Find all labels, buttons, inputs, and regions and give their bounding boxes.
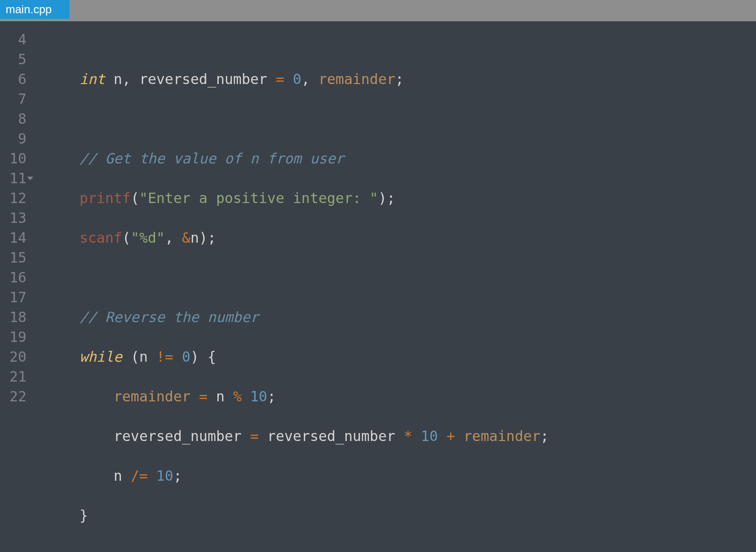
line-number: 18 [0, 307, 26, 327]
line-number: 20 [0, 347, 26, 367]
line-number: 12 [0, 188, 26, 208]
line-number: 22 [0, 387, 26, 407]
line-number: 8 [0, 109, 26, 129]
code-line: n /= 10; [45, 466, 549, 486]
tab-filename: main.cpp [6, 3, 52, 16]
code-line: while (n != 0) { [45, 347, 549, 367]
line-number: 13 [0, 208, 26, 228]
code-line: remainder = n % 10; [45, 387, 549, 407]
line-number: 21 [0, 367, 26, 387]
line-number: 6 [0, 69, 26, 89]
line-gutter: 4 5 6 7 8 9 10 11 12 13 14 15 16 17 18 1… [0, 21, 32, 552]
line-number: 16 [0, 268, 26, 288]
code-content[interactable]: int n, reversed_number = 0, remainder; /… [32, 21, 549, 552]
line-number: 10 [0, 149, 26, 169]
tab-main-cpp[interactable]: main.cpp [0, 0, 69, 19]
line-number: 19 [0, 327, 26, 347]
code-line [45, 268, 549, 288]
code-editor[interactable]: 4 5 6 7 8 9 10 11 12 13 14 15 16 17 18 1… [0, 19, 756, 552]
code-line: reversed_number = reversed_number * 10 +… [45, 426, 549, 446]
code-line: int n, reversed_number = 0, remainder; [45, 69, 549, 89]
line-number: 14 [0, 228, 26, 248]
line-number: 11 [0, 169, 26, 188]
code-line: printf("Enter a positive integer: "); [45, 188, 549, 208]
code-line: } [45, 506, 549, 526]
line-number: 7 [0, 89, 26, 109]
line-number: 4 [0, 30, 26, 50]
line-number: 9 [0, 129, 26, 149]
tab-bar: main.cpp [0, 0, 756, 19]
code-line: scanf("%d", &n); [45, 228, 549, 248]
line-number: 17 [0, 288, 26, 307]
fold-icon[interactable] [27, 177, 33, 180]
line-number: 5 [0, 50, 26, 69]
code-line [45, 545, 549, 552]
code-line [45, 109, 549, 129]
code-line: // Reverse the number [45, 307, 549, 327]
line-number: 15 [0, 248, 26, 268]
code-line: // Get the value of n from user [45, 149, 549, 169]
